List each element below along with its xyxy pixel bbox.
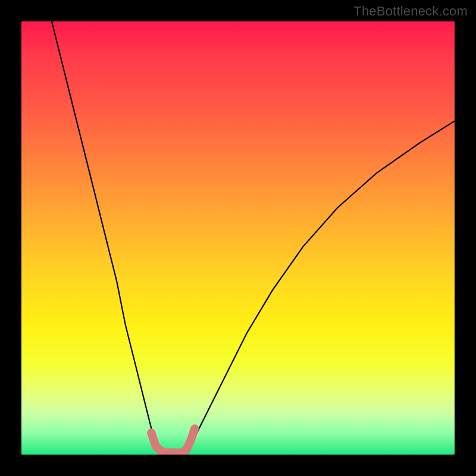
curve-layer: [21, 21, 455, 455]
chart-frame: TheBottleneck.com: [0, 0, 476, 476]
highlight-dot: [147, 429, 155, 437]
bottom-highlight-curve: [151, 428, 195, 452]
right-curve: [186, 121, 455, 450]
plot-area: [21, 21, 455, 455]
left-curve: [52, 21, 160, 450]
watermark-label: TheBottleneck.com: [353, 4, 468, 19]
